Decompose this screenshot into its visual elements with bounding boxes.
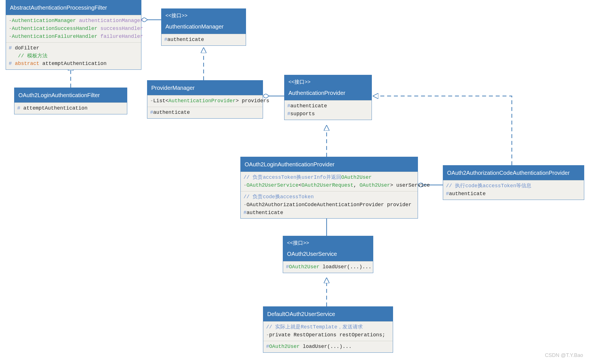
watermark: CSDN @T.Y.Bao: [545, 352, 583, 358]
class-attributes: // 执行code换accessToken等信息 #authenticate: [443, 180, 584, 200]
interface-authentication-manager: <<接口>> AuthenticationManager #authentica…: [161, 8, 246, 46]
class-operations: # attemptAuthentication: [14, 103, 127, 114]
class-title: OAuth2AuthorizationCodeAuthenticationPro…: [443, 165, 584, 180]
class-oauth2-code-auth-provider: OAuth2AuthorizationCodeAuthenticationPro…: [443, 165, 584, 200]
class-attributes: -AuthenticationManager authenticationMan…: [6, 15, 141, 42]
class-operations: # doFilter // 模板方法 # abstract attemptAut…: [6, 42, 141, 70]
class-title: <<接口>> AuthenticationProvider: [284, 75, 372, 100]
class-title: ProviderManager: [147, 80, 263, 95]
class-title: <<接口>> AuthenticationManager: [161, 9, 246, 34]
class-operations: #OAuth2User loadUser(...)...: [263, 341, 393, 352]
class-attributes-2: // 负责code换accessToken -OAuth2Authorizati…: [241, 191, 418, 219]
class-title: OAuth2LoginAuthenticationFilter: [14, 88, 127, 103]
class-oauth2-login-filter: OAuth2LoginAuthenticationFilter # attemp…: [14, 88, 127, 114]
class-attributes: // 负责accessToken换userInfo并返回OAuth2User -…: [241, 172, 418, 191]
class-abstract-auth-filter: AbstractAuthenticationProcessingFilter -…: [6, 0, 141, 70]
interface-authentication-provider: <<接口>> AuthenticationProvider #authentic…: [284, 75, 372, 120]
class-attributes: -List<AuthenticationProvider> providers: [147, 95, 263, 107]
class-provider-manager: ProviderManager -List<AuthenticationProv…: [147, 80, 263, 119]
class-oauth2-login-auth-provider: OAuth2LoginAuthenticationProvider // 负责a…: [240, 157, 418, 219]
interface-oauth2-user-service: <<接口>> OAuth2UserService #OAuth2User loa…: [283, 236, 373, 273]
class-operations: #authenticate: [161, 34, 246, 45]
class-operations: #authenticate #supports: [284, 100, 372, 120]
class-title: DefaultOAuth2UserService: [263, 307, 393, 321]
class-title: OAuth2LoginAuthenticationProvider: [241, 157, 418, 172]
class-default-oauth2-user-service: DefaultOAuth2UserService // 实际上就是RestTem…: [263, 306, 393, 353]
class-attributes: // 实际上就是RestTemplate，发送请求 -private RestO…: [263, 321, 393, 341]
class-title: AbstractAuthenticationProcessingFilter: [6, 0, 141, 15]
class-title: <<接口>> OAuth2UserService: [283, 236, 373, 261]
class-operations: #authenticate: [147, 107, 263, 118]
class-operations: #OAuth2User loadUser(...)...: [283, 261, 373, 273]
